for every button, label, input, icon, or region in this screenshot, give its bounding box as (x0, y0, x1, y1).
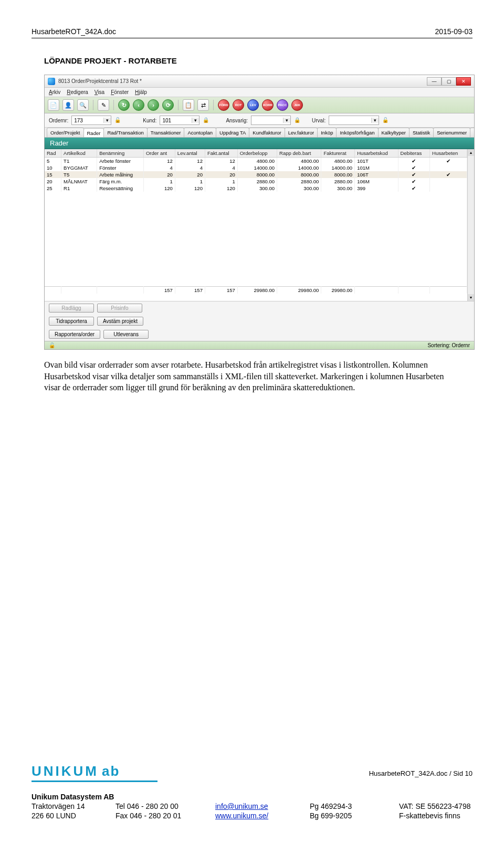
lock-icon: 🔓 (114, 117, 121, 123)
scroll-down-icon[interactable]: ▾ (468, 294, 474, 301)
column-header[interactable]: Artikelkod (61, 149, 97, 158)
scroll-up-icon[interactable]: ▴ (468, 149, 474, 156)
tab-rad-transaktion[interactable]: Rad/Transaktion (103, 128, 147, 137)
tab-uppdrag-ta[interactable]: Uppdrag TA (216, 128, 249, 137)
addr-email[interactable]: info@unikum.se (215, 802, 299, 810)
tidrapportera-button[interactable]: Tidrapportera (49, 317, 94, 326)
panel-header: Rader (45, 138, 474, 149)
avstam-button[interactable]: Avstäm projekt (97, 317, 143, 326)
column-header[interactable]: Orderbelopp (237, 149, 277, 158)
lock-icon-4: 🔓 (382, 117, 388, 123)
tab-lagerplatser[interactable]: Lagerplatser (470, 128, 474, 137)
nav-reload-icon[interactable]: ⟳ (162, 99, 174, 111)
ansvarig-field[interactable]: ▾ (251, 116, 291, 125)
column-header[interactable]: Fakt.antal (205, 149, 237, 158)
badge-ford[interactable]: FÖRD (218, 99, 229, 111)
column-header[interactable]: Debiteras (398, 149, 430, 158)
ordernr-field[interactable]: ▾ (71, 116, 111, 125)
badge-korr[interactable]: KORR (262, 99, 274, 111)
window-title: 8013 Order/Projektcentral 173 Rot * (58, 78, 427, 84)
tab-rader[interactable]: Rader (83, 128, 104, 138)
close-button[interactable]: ✕ (456, 77, 471, 86)
window-titlebar: 8013 Order/Projektcentral 173 Rot * — ▢ … (45, 75, 474, 88)
tab-acontoplan[interactable]: Acontoplan (184, 128, 216, 137)
tab-inkopsforfragan[interactable]: Inköpsförfrågan (336, 128, 378, 137)
logo: UNIKUMab (32, 763, 120, 779)
column-header[interactable]: Benämning (97, 149, 144, 158)
column-header[interactable]: Order ant (143, 149, 175, 158)
nav-prev-icon[interactable]: ‹ (133, 99, 144, 111)
urval-field[interactable]: ▾ (329, 116, 379, 125)
tab-statistik[interactable]: Statistik (409, 128, 434, 137)
nav-next-icon[interactable]: › (148, 99, 159, 111)
ordernr-dropdown-icon[interactable]: ▾ (103, 118, 111, 123)
tool-paste-icon[interactable]: 📋 (183, 99, 194, 111)
menu-hjalp[interactable]: Hjälp (135, 89, 147, 95)
utleverans-button[interactable]: Utleverans (103, 330, 149, 339)
urval-dropdown-icon[interactable]: ▾ (371, 118, 379, 123)
ansvarig-dropdown-icon[interactable]: ▾ (283, 118, 290, 123)
tool-new-icon[interactable]: 📄 (48, 99, 59, 111)
status-sortering: Sortering: Ordernr (427, 342, 470, 348)
button-row-1: Radlägg Prisinfo (45, 301, 474, 315)
urval-label: Urval: (312, 118, 326, 123)
tab-inkop[interactable]: Inköp (317, 128, 337, 137)
nav-refresh-icon[interactable]: ↻ (118, 99, 130, 111)
column-header[interactable]: Husarbeten (430, 149, 467, 158)
table-row[interactable]: 10BYGGMATFönster44414000.0014000.0014000… (45, 164, 467, 171)
table-row[interactable]: 25R1Reseersättning120120120300.00300.003… (45, 185, 467, 192)
table-row[interactable]: 5T1Arbete fönster1212124800.004800.00480… (45, 158, 467, 165)
menu-redigera[interactable]: Redigera (67, 89, 88, 95)
maximize-button[interactable]: ▢ (442, 77, 456, 86)
menu-arkiv[interactable]: Arkiv (49, 89, 60, 95)
badge-rot[interactable]: ROT (233, 99, 244, 111)
table-row[interactable]: 15T5Arbete målning2020208000.008000.0080… (45, 171, 467, 178)
section-title: LÖPANDE PROJEKT - ROTARBETE (44, 56, 472, 65)
menu-visa[interactable]: Visa (94, 89, 104, 95)
tool-edit-icon[interactable]: ✎ (98, 99, 109, 111)
addr-web[interactable]: www.unikum.se/ (215, 811, 299, 820)
badge-jbk[interactable]: JBK (291, 99, 303, 111)
tab-kundfakturor[interactable]: Kundfakturor (249, 128, 285, 137)
tool-user-icon[interactable]: 👤 (62, 99, 74, 111)
urval-input[interactable] (329, 118, 371, 123)
toolbar: 📄 👤 🔍 ✎ ↻ ‹ › ⟳ 📋 ⇄ FÖRD ROT LEV KORR PA… (45, 97, 474, 113)
lock-icon-2: 🔒 (203, 117, 209, 123)
ansvarig-input[interactable] (251, 118, 283, 123)
address-block: Traktorvägen 14 Tel 046 - 280 20 00 info… (32, 802, 472, 820)
column-header[interactable]: Rapp deb.bart (277, 149, 321, 158)
rapportera-button[interactable]: Rapportera/order (49, 330, 100, 339)
column-header[interactable]: Fakturerat (321, 149, 355, 158)
column-header[interactable]: Lev.antal (175, 149, 205, 158)
ordernr-input[interactable] (72, 118, 103, 123)
column-header[interactable]: Rad (45, 149, 61, 158)
page-footer: UNIKUMab HusarbeteROT_342A.doc / Sid 10 … (32, 763, 472, 820)
kund-field[interactable]: ▾ (160, 116, 200, 125)
addr-fskatt: F-skattebevis finns (399, 811, 472, 820)
radlagg-button[interactable]: Radlägg (49, 304, 94, 313)
tab-order-projekt[interactable]: Order/Projekt (47, 128, 84, 137)
tool-search-icon[interactable]: 🔍 (77, 99, 89, 111)
column-header[interactable]: Husarbetskod (355, 149, 398, 158)
ansvarig-label: Ansvarig: (226, 118, 248, 123)
addr-postal: 226 60 LUND (32, 811, 105, 820)
kund-input[interactable] (160, 118, 192, 123)
badge-pacc[interactable]: PACC (277, 99, 288, 111)
tab-kalkyltyper[interactable]: Kalkyltyper (378, 128, 410, 137)
minimize-button[interactable]: — (427, 77, 442, 86)
badge-lev[interactable]: LEV (247, 99, 259, 111)
menu-fonster[interactable]: Fönster (111, 89, 129, 95)
page-indicator: HusarbeteROT_342A.doc / Sid 10 (369, 769, 472, 777)
tab-levfakturor[interactable]: Lev.fakturor (285, 128, 318, 137)
table-row[interactable]: 20MÅLNMATFärg m.m.1112880.002880.002880.… (45, 178, 467, 185)
vertical-scrollbar[interactable]: ▴ ▾ (467, 149, 474, 301)
tab-serienummer[interactable]: Serienummer (433, 128, 470, 137)
tool-swap-icon[interactable]: ⇄ (197, 99, 209, 111)
tab-transaktioner[interactable]: Transaktioner (147, 128, 185, 137)
status-bar: 🔓 Sortering: Ordernr (45, 341, 474, 349)
data-grid[interactable]: RadArtikelkodBenämningOrder antLev.antal… (45, 149, 467, 294)
addr-bg: Bg 699-9205 (310, 811, 388, 820)
kund-dropdown-icon[interactable]: ▾ (192, 118, 199, 123)
filter-bar: Ordernr: ▾ 🔓 Kund: ▾ 🔒 Ansvarig: ▾ 🔒 Urv… (45, 113, 474, 128)
prisinfo-button[interactable]: Prisinfo (97, 304, 142, 313)
